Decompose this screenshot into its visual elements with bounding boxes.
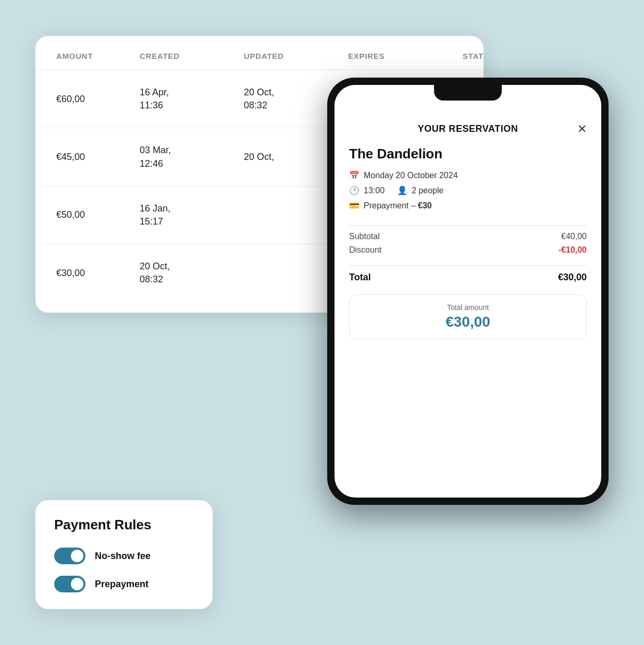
prepayment-label: Prepayment bbox=[95, 579, 148, 590]
modal-header: YOUR RESERVATION ✕ bbox=[349, 123, 587, 134]
col-amount: AMOUNT bbox=[56, 52, 140, 60]
total-label: Total bbox=[349, 272, 371, 283]
subtotal-label: Subtotal bbox=[349, 232, 380, 241]
col-expires: EXPIRES bbox=[348, 52, 463, 60]
col-status: STATUS bbox=[463, 52, 484, 60]
prepayment-row: 💳 Prepayment – €30 bbox=[349, 201, 587, 210]
discount-label: Discount bbox=[349, 245, 381, 255]
subtotal-value: €40,00 bbox=[561, 232, 587, 241]
clock-icon: 🕐 bbox=[349, 185, 360, 195]
modal-title: YOUR RESERVATION bbox=[418, 123, 518, 134]
divider-1 bbox=[349, 225, 587, 226]
discount-value: -€10,00 bbox=[559, 245, 587, 255]
col-updated: UPDATED bbox=[244, 52, 348, 60]
modal-content: YOUR RESERVATION ✕ The Dandelion 📅 Monda… bbox=[335, 111, 601, 498]
cell-amount-3: €50,00 bbox=[56, 208, 140, 221]
noshow-toggle[interactable] bbox=[54, 548, 85, 564]
payment-icon: 💳 bbox=[349, 201, 360, 210]
cell-amount-4: €30,00 bbox=[56, 267, 140, 280]
time-part: 🕐 13:00 bbox=[349, 185, 385, 195]
total-amount-box: Total amount €30,00 bbox=[349, 294, 587, 339]
reservation-people: 2 people bbox=[412, 186, 443, 195]
calendar-icon: 📅 bbox=[349, 170, 360, 180]
phone-notch bbox=[434, 85, 502, 101]
cell-created-4: 20 Oct,08:32 bbox=[140, 260, 244, 286]
prepayment-text: Prepayment – €30 bbox=[364, 201, 432, 210]
toggle-row-prepayment: Prepayment bbox=[54, 576, 194, 592]
date-row: 📅 Monday 20 October 2024 bbox=[349, 170, 587, 180]
prepayment-toggle[interactable] bbox=[54, 576, 85, 592]
toggle-knob bbox=[71, 550, 83, 562]
subtotal-row: Subtotal €40,00 bbox=[349, 232, 587, 241]
time-people-row: 🕐 13:00 👤 2 people bbox=[349, 185, 587, 195]
payment-rules-card: Payment Rules No-show fee Prepayment bbox=[35, 500, 213, 609]
cell-created-2: 03 Mar,12:46 bbox=[140, 144, 244, 170]
payment-rules-title: Payment Rules bbox=[54, 517, 194, 533]
total-value: €30,00 bbox=[558, 272, 587, 283]
reservation-time: 13:00 bbox=[364, 186, 385, 195]
toggle-row-noshow: No-show fee bbox=[54, 548, 194, 564]
total-amount-label: Total amount bbox=[360, 303, 576, 312]
cell-amount-2: €45,00 bbox=[56, 151, 140, 164]
col-created: CREATED bbox=[140, 52, 244, 60]
cell-created-1: 16 Apr,11:36 bbox=[140, 86, 244, 112]
discount-row: Discount -€10,00 bbox=[349, 245, 587, 255]
table-header: AMOUNT CREATED UPDATED EXPIRES STATUS bbox=[35, 52, 484, 70]
noshow-label: No-show fee bbox=[95, 551, 151, 562]
total-amount-value: €30,00 bbox=[360, 314, 576, 330]
cell-created-3: 16 Jan,15:17 bbox=[140, 202, 244, 228]
toggle-knob bbox=[71, 578, 83, 590]
reservation-date: Monday 20 October 2024 bbox=[364, 171, 458, 180]
phone-screen: YOUR RESERVATION ✕ The Dandelion 📅 Monda… bbox=[335, 85, 601, 498]
divider-2 bbox=[349, 265, 587, 266]
phone-container: YOUR RESERVATION ✕ The Dandelion 📅 Monda… bbox=[327, 78, 609, 505]
total-row: Total €30,00 bbox=[349, 272, 587, 283]
cell-amount-1: €60,00 bbox=[56, 93, 140, 106]
restaurant-name: The Dandelion bbox=[349, 146, 587, 162]
close-icon[interactable]: ✕ bbox=[577, 123, 587, 135]
people-part: 👤 2 people bbox=[397, 185, 443, 195]
people-icon: 👤 bbox=[397, 185, 407, 195]
phone-frame: YOUR RESERVATION ✕ The Dandelion 📅 Monda… bbox=[327, 78, 609, 505]
